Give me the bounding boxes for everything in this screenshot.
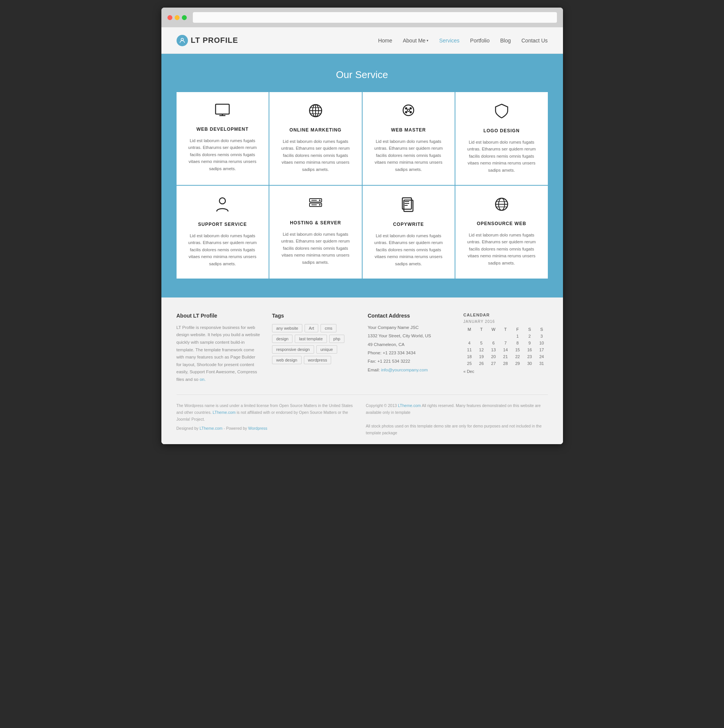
cal-cell: 9 (524, 340, 536, 346)
logo-text: LT PROFILE (191, 36, 238, 45)
contact-company: Your Company Name JSC (368, 324, 452, 331)
tag-any-website[interactable]: any website (272, 324, 302, 332)
cal-header-w: W (488, 326, 500, 333)
tags-container: any website Art cms design last template… (272, 324, 357, 364)
footer-bottom: The Wordpress name is used under a limit… (177, 395, 548, 436)
cal-header-s1: S (524, 326, 536, 333)
tag-web-design[interactable]: web design (272, 356, 302, 364)
ltheme-link-designer[interactable]: LTheme.com (200, 426, 223, 431)
monitor-icon (184, 103, 261, 121)
cal-cell: 23 (524, 353, 536, 360)
dot-red[interactable] (167, 15, 172, 20)
site-footer: About LT Profile LT Profile is responsiv… (161, 297, 563, 444)
service-name-4: SUPPORT SERVICE (184, 222, 261, 227)
site-content: LT PROFILE Home About Me ▾ Services Port… (161, 27, 563, 444)
nav-contact[interactable]: Contact Us (521, 38, 547, 44)
browser-chrome (161, 8, 563, 27)
nav-home[interactable]: Home (378, 38, 392, 44)
cal-cell (499, 333, 511, 340)
nav-about[interactable]: About Me ▾ (403, 38, 428, 44)
cal-cell: 29 (511, 360, 524, 367)
service-desc-0: Lid est laborum dolo rumes fugats untras… (184, 137, 261, 172)
nav-portfolio[interactable]: Portfolio (470, 38, 489, 44)
cal-header-t1: T (475, 326, 488, 333)
services-section: Our Service WEB DEVELOPMENT Lid est labo… (161, 54, 563, 297)
cal-row-2: 4 5 6 7 8 9 10 (463, 340, 548, 346)
service-desc-7: Lid est laborum dolo rumes fugats untras… (463, 232, 540, 266)
cal-cell: 7 (499, 340, 511, 346)
footer-about-title: About LT Profile (177, 313, 261, 319)
main-nav: Home About Me ▾ Services Portfolio Blog … (378, 38, 548, 44)
contact-phone: Phone: +1 223 334 3434 (368, 349, 452, 356)
contact-email-link[interactable]: info@yourcompany.com (381, 368, 428, 372)
world-icon (463, 197, 540, 215)
wordpress-link[interactable]: Wordpress (248, 426, 267, 431)
cal-cell (475, 333, 488, 340)
cal-cell: 4 (463, 340, 475, 346)
service-card-hosting: HOSTING & SERVER Lid est laborum dolo ru… (269, 186, 362, 279)
dot-yellow[interactable] (175, 15, 180, 20)
logo[interactable]: LT PROFILE (177, 35, 238, 46)
footer-stock-photos: All stock photos used on this template d… (366, 423, 548, 437)
tag-php[interactable]: php (329, 335, 344, 343)
service-name-0: WEB DEVELOPMENT (184, 127, 261, 132)
service-name-6: COPYWRITE (370, 222, 447, 227)
service-desc-3: Lid est laborum dolo rumes fugats untras… (463, 139, 540, 174)
service-name-3: LOGO DESIGN (463, 128, 540, 133)
cal-header-s2: S (536, 326, 548, 333)
cal-cell: 8 (511, 340, 524, 346)
footer-designer: Designed by LTheme.com - Powered by Word… (177, 426, 358, 431)
service-card-web-development: WEB DEVELOPMENT Lid est laborum dolo rum… (177, 92, 269, 185)
svg-point-11 (405, 107, 407, 110)
footer-calendar: CALENDAR JANUARY 2016 M T W T F S S (463, 313, 548, 383)
tag-wordpress[interactable]: wordpress (304, 356, 332, 364)
service-name-2: WEB MASTER (370, 127, 447, 133)
svg-point-16 (219, 198, 225, 204)
contact-address2: 49 Chameleon, CA (368, 341, 452, 348)
footer-tags-title: Tags (272, 313, 357, 319)
footer-grid: About LT Profile LT Profile is responsiv… (177, 313, 548, 383)
service-name-5: HOSTING & SERVER (277, 220, 354, 225)
svg-point-13 (405, 111, 407, 113)
tag-unique[interactable]: unique (316, 345, 337, 354)
services-grid: WEB DEVELOPMENT Lid est laborum dolo rum… (177, 92, 548, 279)
cal-cell: 20 (488, 353, 500, 360)
contact-fax: Fax: +1 221 534 3222 (368, 358, 452, 365)
dot-green[interactable] (182, 15, 187, 20)
footer-contact: Contact Address Your Company Name JSC 13… (368, 313, 452, 383)
copy-icon (370, 197, 447, 216)
cal-row-4: 18 19 20 21 22 23 24 (463, 353, 548, 360)
tag-design[interactable]: design (272, 335, 292, 343)
tag-responsive-design[interactable]: responsive design (272, 345, 314, 354)
svg-rect-1 (216, 104, 229, 114)
address-bar[interactable] (193, 12, 557, 23)
cal-cell: 24 (536, 353, 548, 360)
cal-cell: 5 (475, 340, 488, 346)
ltheme-link-2[interactable]: LTheme.com (398, 403, 421, 408)
cal-row-3: 11 12 13 14 15 16 17 (463, 346, 548, 353)
cal-cell: 13 (488, 346, 500, 353)
chevron-down-icon: ▾ (427, 39, 428, 42)
service-desc-1: Lid est laborum dolo rumes fugats untras… (277, 138, 354, 173)
cal-cell: 14 (499, 346, 511, 353)
cal-cell: 1 (511, 333, 524, 340)
footer-about-link[interactable]: on. (200, 377, 206, 382)
tag-last-template[interactable]: last template (295, 335, 327, 343)
calendar-nav[interactable]: « Dec (463, 369, 548, 374)
cal-cell: 15 (511, 346, 524, 353)
nav-services[interactable]: Services (439, 38, 460, 44)
nav-blog[interactable]: Blog (500, 38, 511, 44)
service-card-opensource: OPENSOURCE WEB Lid est laborum dolo rume… (455, 186, 548, 279)
ltheme-link-1[interactable]: LTheme.com (213, 410, 236, 415)
footer-bottom-text-1: The Wordpress name is used under a limit… (177, 402, 358, 423)
svg-point-14 (410, 111, 412, 113)
cal-cell: 11 (463, 346, 475, 353)
tag-cms[interactable]: cms (321, 324, 336, 332)
cal-cell: 3 (536, 333, 548, 340)
svg-point-19 (319, 199, 321, 201)
cal-header-f: F (511, 326, 524, 333)
svg-point-12 (410, 107, 412, 110)
svg-point-10 (403, 105, 414, 116)
service-desc-6: Lid est laborum dolo rumes fugats untras… (370, 232, 447, 267)
tag-art[interactable]: Art (305, 324, 318, 332)
